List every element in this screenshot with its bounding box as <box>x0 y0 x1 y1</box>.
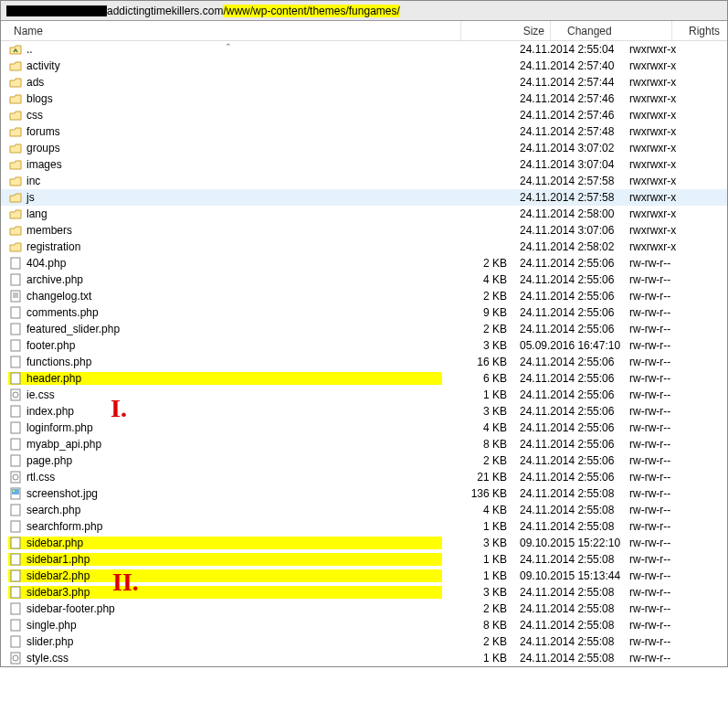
file-row[interactable]: page.php2 KB24.11.2014 2:55:06rw-rw-r-- <box>1 452 727 469</box>
folder-icon <box>8 207 23 220</box>
file-row[interactable]: sidebar2.php1 KB09.10.2015 15:13:44rw-rw… <box>1 568 727 584</box>
img-icon <box>8 487 23 500</box>
file-size: 4 KB <box>442 504 520 516</box>
file-name: activity <box>26 59 60 72</box>
file-rights: rw-rw-r-- <box>629 471 693 484</box>
file-rights: rw-rw-r-- <box>629 257 693 270</box>
file-row[interactable]: 404.php2 KB24.11.2014 2:55:06rw-rw-r-- <box>1 255 727 271</box>
file-rights: rw-rw-r-- <box>629 537 693 549</box>
file-icon <box>8 421 23 434</box>
file-row[interactable]: myabp_api.php8 KB24.11.2014 2:55:06rw-rw… <box>1 436 727 452</box>
file-row[interactable]: members24.11.2014 3:07:06rwxrwxr-x <box>1 222 727 239</box>
file-rights: rwxrwxr-x <box>629 207 693 220</box>
file-row[interactable]: sidebar1.php1 KB24.11.2014 2:55:08rw-rw-… <box>1 551 727 568</box>
file-changed: 09.10.2015 15:13:44 <box>520 569 629 582</box>
file-rights: rw-rw-r-- <box>629 356 693 368</box>
path-bar[interactable]: addictingtimekillers.com /www/wp-content… <box>1 1 727 21</box>
path-highlighted: /www/wp-content/themes/fungames/ <box>223 5 399 17</box>
file-row[interactable]: header.php6 KB24.11.2014 2:55:06rw-rw-r-… <box>1 370 727 387</box>
file-name: lang <box>26 207 47 220</box>
file-row[interactable]: footer.php3 KB05.09.2016 16:47:10rw-rw-r… <box>1 337 727 354</box>
file-icon <box>8 504 23 516</box>
file-changed: 24.11.2014 2:55:06 <box>520 257 629 270</box>
file-row[interactable]: rtl.css21 KB24.11.2014 2:55:06rw-rw-r-- <box>1 469 727 485</box>
file-row[interactable]: images24.11.2014 3:07:04rwxrwxr-x <box>1 156 727 173</box>
file-row[interactable]: lang24.11.2014 2:58:00rwxrwxr-x <box>1 206 727 222</box>
file-row[interactable]: activity24.11.2014 2:57:40rwxrwxr-x <box>1 58 727 74</box>
file-row[interactable]: ie.css1 KB24.11.2014 2:55:06rw-rw-r-- <box>1 387 727 403</box>
header-rights[interactable]: Rights <box>683 22 728 40</box>
file-rights: rw-rw-r-- <box>629 602 693 615</box>
file-icon <box>8 602 23 615</box>
svg-rect-25 <box>11 554 20 565</box>
file-row[interactable]: registration24.11.2014 2:58:02rwxrwxr-x <box>1 239 727 255</box>
file-row[interactable]: comments.php9 KB24.11.2014 2:55:06rw-rw-… <box>1 304 727 321</box>
file-rights: rwxrwxr-x <box>629 158 693 171</box>
file-row[interactable]: css24.11.2014 2:57:46rwxrwxr-x <box>1 107 727 123</box>
file-size: 136 KB <box>442 487 520 500</box>
svg-rect-20 <box>12 489 19 494</box>
file-row[interactable]: ads24.11.2014 2:57:44rwxrwxr-x <box>1 74 727 90</box>
svg-rect-15 <box>11 439 20 450</box>
header-size[interactable]: Size <box>472 22 550 40</box>
file-changed: 24.11.2014 2:55:08 <box>520 553 629 566</box>
file-changed: 24.11.2014 2:58:02 <box>520 240 629 253</box>
file-row[interactable]: featured_slider.php2 KB24.11.2014 2:55:0… <box>1 321 727 337</box>
file-changed: 24.11.2014 2:57:44 <box>520 76 629 89</box>
file-row[interactable]: index.php3 KB24.11.2014 2:55:06rw-rw-r-- <box>1 403 727 420</box>
file-size: 3 KB <box>442 586 520 599</box>
file-rights: rwxrwxr-x <box>629 191 693 204</box>
file-size: 2 KB <box>442 454 520 467</box>
file-icon <box>8 537 23 549</box>
file-changed: 24.11.2014 2:57:40 <box>520 59 629 72</box>
file-row[interactable]: screenshot.jpg136 KB24.11.2014 2:55:08rw… <box>1 485 727 502</box>
svg-rect-29 <box>11 620 20 631</box>
file-icon <box>8 553 23 566</box>
file-row[interactable]: style.css1 KB24.11.2014 2:55:08rw-rw-r-- <box>1 650 727 666</box>
file-name: searchform.php <box>26 520 102 533</box>
file-name: search.php <box>26 504 80 516</box>
file-name: myabp_api.php <box>26 438 101 451</box>
header-separator[interactable] <box>460 21 472 40</box>
file-row[interactable]: forums24.11.2014 2:57:48rwxrwxr-x <box>1 123 727 140</box>
file-name: style.css <box>26 652 69 665</box>
file-row[interactable]: sidebar.php3 KB09.10.2015 15:22:10rw-rw-… <box>1 535 727 551</box>
file-row[interactable]: groups24.11.2014 3:07:02rwxrwxr-x <box>1 140 727 156</box>
file-row[interactable]: changelog.txt2 KB24.11.2014 2:55:06rw-rw… <box>1 288 727 304</box>
file-changed: 24.11.2014 2:55:08 <box>520 619 629 632</box>
svg-rect-7 <box>11 324 20 335</box>
file-row[interactable]: searchform.php1 KB24.11.2014 2:55:08rw-r… <box>1 518 727 535</box>
file-changed: 24.11.2014 2:55:06 <box>520 438 629 451</box>
file-row[interactable]: ..24.11.2014 2:55:04rwxrwxr-x <box>1 41 727 58</box>
header-separator[interactable] <box>550 21 562 40</box>
file-name: sidebar3.php <box>26 586 90 599</box>
file-row[interactable]: loginform.php4 KB24.11.2014 2:55:06rw-rw… <box>1 420 727 436</box>
file-row[interactable]: search.php4 KB24.11.2014 2:55:08rw-rw-r-… <box>1 502 727 518</box>
file-rights: rw-rw-r-- <box>629 306 693 319</box>
file-rights: rwxrwxr-x <box>629 43 693 56</box>
file-size: 2 KB <box>442 257 520 270</box>
file-row[interactable]: js24.11.2014 2:57:58rwxrwxr-x <box>1 189 727 206</box>
folder-icon <box>8 125 23 138</box>
header-separator[interactable] <box>671 21 683 40</box>
file-row[interactable]: sidebar3.php3 KB24.11.2014 2:55:08rw-rw-… <box>1 584 727 601</box>
file-row[interactable]: blogs24.11.2014 2:57:46rwxrwxr-x <box>1 90 727 107</box>
file-rights: rw-rw-r-- <box>629 635 693 648</box>
file-row[interactable]: inc24.11.2014 2:57:58rwxrwxr-x <box>1 173 727 189</box>
file-name: inc <box>26 175 40 187</box>
txt-icon <box>8 290 23 303</box>
header-changed[interactable]: Changed <box>562 22 671 40</box>
file-rights: rw-rw-r-- <box>629 290 693 303</box>
file-size: 1 KB <box>442 652 520 665</box>
file-row[interactable]: functions.php16 KB24.11.2014 2:55:06rw-r… <box>1 354 727 370</box>
file-row[interactable]: archive.php4 KB24.11.2014 2:55:06rw-rw-r… <box>1 271 727 288</box>
header-name[interactable]: Name <box>8 22 460 40</box>
column-headers: Name ⌃ Size Changed Rights <box>1 21 727 41</box>
file-row[interactable]: sidebar-footer.php2 KB24.11.2014 2:55:08… <box>1 601 727 617</box>
file-row[interactable]: single.php8 KB24.11.2014 2:55:08rw-rw-r-… <box>1 617 727 633</box>
up-icon <box>8 43 23 56</box>
svg-rect-6 <box>11 307 20 318</box>
file-changed: 24.11.2014 2:55:06 <box>520 372 629 385</box>
file-name: .. <box>26 43 33 56</box>
file-row[interactable]: slider.php2 KB24.11.2014 2:55:08rw-rw-r-… <box>1 633 727 650</box>
